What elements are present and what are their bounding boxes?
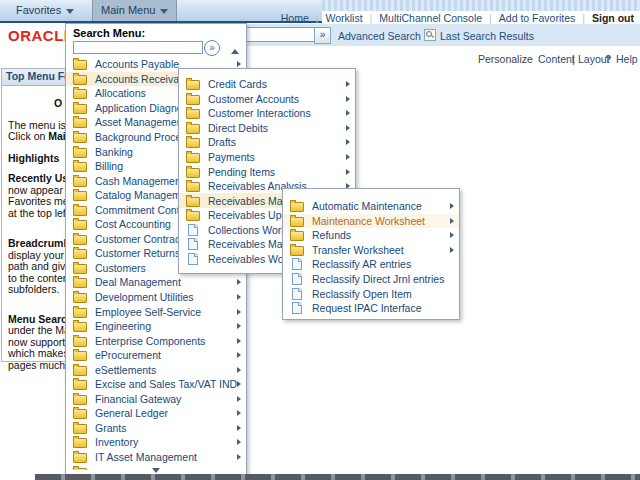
folder-icon [73,162,87,172]
menu-item-label: Enterprise Components [95,335,205,347]
menu-item-it-asset-management[interactable]: IT Asset Management [66,450,246,465]
tab-main-menu-label: Main Menu [101,4,155,16]
menu-item-enterprise-components[interactable]: Enterprise Components [66,333,246,348]
folder-icon [73,191,87,201]
menu-item-reclassify-ar-entries[interactable]: Reclassify AR entries [283,257,459,272]
menu-item-reclassify-direct-jrnl-entries[interactable]: Reclassify Direct Jrnl entries [283,272,459,287]
menu-item-label: Customer Accounts [208,93,299,105]
menu-item-credit-cards[interactable]: Credit Cards [179,77,355,92]
folder-icon [73,380,87,390]
menu-item-inventory[interactable]: Inventory [66,435,246,450]
folder-icon [73,424,87,434]
menu-item-drafts[interactable]: Drafts [179,135,355,150]
menu-item-label: Deal Management [95,276,181,288]
tab-favorites[interactable]: Favorites [8,0,82,21]
submenu-arrow-icon [346,169,350,175]
multichannel-console-link[interactable]: MultiChannel Console [379,12,482,24]
folder-icon [186,211,200,221]
menu-item-label: General Ledger [95,407,168,419]
global-search-go-button[interactable]: » [314,27,331,44]
menu-item-label: Customer Contracts [95,233,188,245]
menu-item-reclassify-open-item[interactable]: Reclassify Open Item [283,286,459,301]
folder-icon [73,264,87,274]
menu-item-customer-interactions[interactable]: Customer Interactions [179,106,355,121]
submenu-arrow-icon [237,279,241,285]
submenu-arrow-icon [346,154,350,160]
folder-icon [290,202,304,212]
search-menu-label: Search Menu: [73,27,145,39]
help-icon: ? [605,53,611,65]
submenu-arrow-icon [346,81,350,87]
menu-item-development-utilities[interactable]: Development Utilities [66,290,246,305]
menu-item-payments[interactable]: Payments [179,150,355,165]
submenu-arrow-icon [237,425,241,431]
folder-icon [73,438,87,448]
personalize-content-link[interactable]: Content [538,53,575,65]
folder-icon [186,124,200,134]
folder-icon [73,322,87,332]
add-to-favorites-link[interactable]: Add to Favorites [499,12,575,24]
menu-item-label: Direct Debits [208,122,268,134]
menu-item-grants[interactable]: Grants [66,421,246,436]
menu-item-label: Customers [95,262,146,274]
folder-icon [73,104,87,114]
last-search-results-icon [424,29,436,41]
folder-icon [73,366,87,376]
chevron-down-icon [66,9,74,14]
menu-item-deal-management[interactable]: Deal Management [66,275,246,290]
folder-icon [290,246,304,256]
menu-search-go-button[interactable]: » [204,40,220,56]
submenu-arrow-icon [237,294,241,300]
menu-item-label: Cost Accounting [95,218,171,230]
submenu-arrow-icon [237,396,241,402]
menu-item-automatic-maintenance[interactable]: Automatic Maintenance [283,199,459,214]
menu-item-label: Cash Management [95,175,184,187]
home-link[interactable]: Home [281,12,309,24]
menu-item-pending-items[interactable]: Pending Items [179,164,355,179]
menu-item-label: Employee Self-Service [95,306,201,318]
submenu-arrow-icon [237,439,241,445]
folder-icon [290,231,304,241]
menu-item-label: Reclassify Direct Jrnl entries [312,273,444,285]
menu-item-engineering[interactable]: Engineering [66,319,246,334]
worklist-link[interactable]: Worklist [325,12,362,24]
menu-item-label: Excise and Sales Tax/VAT IND [95,378,237,390]
menu-item-label: Engineering [95,320,151,332]
menu-item-label: Reclassify AR entries [312,258,411,270]
menu-item-esettlements[interactable]: eSettlements [66,362,246,377]
folder-icon [73,177,87,187]
submenu-arrow-icon [237,352,241,358]
menu-item-eprocurement[interactable]: eProcurement [66,348,246,363]
submenu-arrow-icon [346,110,350,116]
sign-out-link[interactable]: Sign out [592,12,634,24]
separator: | [572,53,575,65]
help-link[interactable]: Help [616,53,638,65]
scroll-up-icon[interactable] [231,49,239,54]
submenu-arrow-icon [237,410,241,416]
menu-item-label: Drafts [208,136,236,148]
advanced-search-link[interactable]: Advanced Search [338,30,421,42]
menu-item-employee-self-service[interactable]: Employee Self-Service [66,304,246,319]
page-icon [292,288,302,300]
menu-item-general-ledger[interactable]: General Ledger [66,406,246,421]
menu-item-customer-accounts[interactable]: Customer Accounts [179,92,355,107]
menu-search-input[interactable] [73,41,203,54]
page-icon [188,238,198,250]
menu-item-label: Customer Interactions [208,107,311,119]
menu-item-maintenance-worksheet[interactable]: Maintenance Worksheet [283,214,459,229]
scroll-down-icon[interactable] [152,468,160,473]
peoplesoft-window: Favorites Main Menu Home|Worklist|MultiC… [0,0,640,480]
last-search-results-link[interactable]: Last Search Results [440,30,534,42]
tab-main-menu[interactable]: Main Menu [92,0,177,21]
menu-item-label: eSettlements [95,364,156,376]
menu-item-request-ipac-interface[interactable]: Request IPAC Interface [283,301,459,316]
folder-icon [73,60,87,70]
menu-item-transfer-worksheet[interactable]: Transfer Worksheet [283,243,459,258]
menu-item-refunds[interactable]: Refunds [283,228,459,243]
submenu-arrow-icon [237,338,241,344]
menu-item-direct-debits[interactable]: Direct Debits [179,121,355,136]
folder-icon [290,217,304,227]
menu-item-financial-gateway[interactable]: Financial Gateway [66,392,246,407]
folder-icon [73,206,87,216]
menu-item-excise-and-sales-tax-vat-ind[interactable]: Excise and Sales Tax/VAT IND [66,377,246,392]
